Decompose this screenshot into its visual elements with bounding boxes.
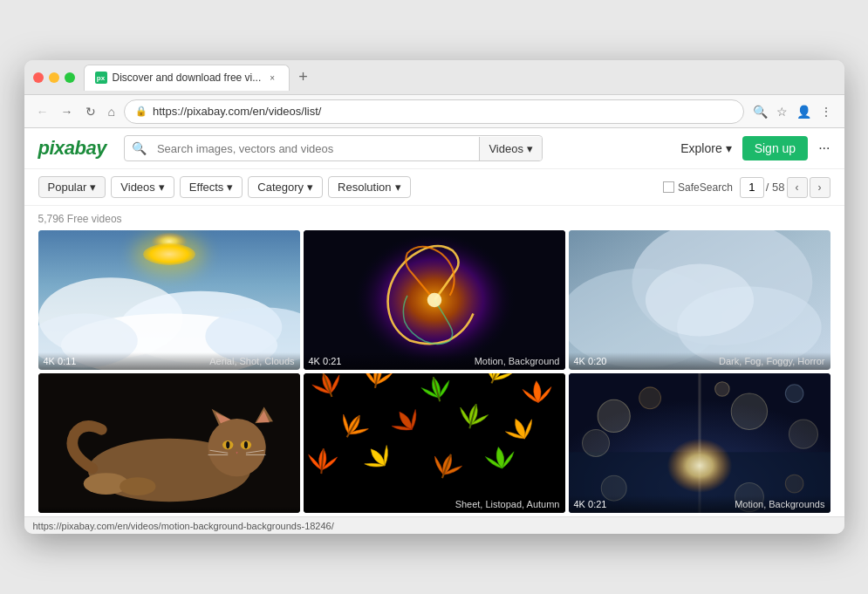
search-icon: 🔍: [125, 136, 154, 160]
video-info: 4K 0:21 Motion, Background: [304, 352, 565, 370]
more-button[interactable]: ···: [818, 140, 830, 156]
video-resolution-duration: 4K 0:21: [309, 356, 342, 366]
chevron-down-icon: ▾: [726, 141, 732, 155]
chevron-down-icon: ▾: [90, 181, 96, 194]
video-resolution-duration: 4K 0:11: [44, 356, 77, 366]
maximize-window-button[interactable]: [65, 72, 75, 83]
svg-point-14: [645, 264, 753, 337]
page-content: pixabay 🔍 Videos ▾ Explore ▾ Sign up ···: [24, 128, 844, 516]
logo[interactable]: pixabay: [38, 137, 106, 160]
video-tags: Aerial, Shot, Clouds: [209, 356, 294, 366]
security-icon: 🔒: [135, 106, 147, 117]
videos-filter-button[interactable]: Videos ▾: [111, 176, 174, 198]
page-next-button[interactable]: ›: [810, 177, 830, 198]
svg-point-25: [243, 441, 247, 448]
video-thumbnail: [304, 373, 565, 513]
active-tab[interactable]: px Discover and download free vi... ×: [84, 65, 290, 91]
results-count: 5,796 Free videos: [24, 206, 844, 230]
popular-filter-button[interactable]: Popular ▾: [38, 176, 106, 198]
svg-point-45: [598, 399, 630, 432]
svg-point-51: [714, 382, 729, 397]
svg-point-49: [582, 429, 609, 456]
filter-right: SafeSearch / 58 ‹ ›: [663, 177, 830, 198]
search-input[interactable]: [154, 137, 479, 160]
site-header: pixabay 🔍 Videos ▾ Explore ▾ Sign up ···: [24, 128, 844, 169]
video-tags: Dark, Fog, Foggy, Horror: [719, 356, 824, 366]
video-thumbnail: [38, 373, 300, 513]
resolution-filter-button[interactable]: Resolution ▾: [328, 176, 410, 198]
close-window-button[interactable]: [33, 72, 44, 83]
home-button[interactable]: ⌂: [105, 101, 119, 122]
back-button[interactable]: ←: [33, 101, 52, 122]
svg-point-50: [789, 420, 817, 448]
status-url: https://pixabay.com/en/videos/motion-bac…: [33, 521, 334, 531]
video-card[interactable]: Sheet, Listopad, Autumn: [304, 373, 565, 513]
chevron-down-icon: ▾: [527, 142, 533, 155]
forward-button[interactable]: →: [58, 101, 77, 122]
tab-close-button[interactable]: ×: [266, 72, 278, 84]
video-grid: 4K 0:11 Aerial, Shot, Clouds: [24, 230, 844, 516]
chevron-down-icon: ▾: [307, 181, 313, 194]
video-info: [38, 506, 300, 513]
new-tab-button[interactable]: +: [293, 66, 313, 88]
search-container: 🔍 Videos ▾: [124, 135, 543, 161]
svg-point-47: [731, 393, 767, 429]
safesearch-checkbox[interactable]: [663, 181, 674, 193]
search-icon-button[interactable]: 🔍: [749, 101, 771, 122]
video-thumbnail: [304, 230, 565, 370]
status-bar: https://pixabay.com/en/videos/motion-bac…: [24, 516, 844, 534]
address-bar: ← → ↻ ⌂ 🔒 https://pixabay.com/en/videos/…: [24, 95, 844, 128]
filter-bar: Popular ▾ Videos ▾ Effects ▾ Category ▾ …: [24, 169, 844, 206]
tab-bar: px Discover and download free vi... × +: [84, 65, 836, 91]
refresh-button[interactable]: ↻: [82, 101, 99, 122]
signup-button[interactable]: Sign up: [742, 136, 808, 160]
results-count-text: 5,796 Free videos: [38, 213, 122, 225]
video-info: 4K 0:21 Motion, Backgrounds: [569, 495, 830, 513]
effects-filter-button[interactable]: Effects ▾: [180, 176, 243, 198]
svg-point-32: [120, 477, 155, 495]
tab-favicon: px: [95, 72, 107, 84]
url-bar[interactable]: 🔒 https://pixabay.com/en/videos/list/: [124, 99, 744, 124]
url-text: https://pixabay.com/en/videos/list/: [153, 105, 733, 118]
bookmark-button[interactable]: ☆: [773, 101, 791, 122]
address-icons: 🔍 ☆ 👤 ⋮: [749, 101, 836, 122]
search-type-button[interactable]: Videos ▾: [479, 137, 542, 160]
video-card[interactable]: 4K 0:21 Motion, Backgrounds: [569, 373, 830, 513]
account-button[interactable]: 👤: [793, 101, 815, 122]
title-bar: px Discover and download free vi... × +: [24, 60, 844, 95]
page-prev-button[interactable]: ‹: [787, 177, 808, 198]
video-info: 4K 0:20 Dark, Fog, Foggy, Horror: [569, 352, 830, 370]
video-tags: Motion, Backgrounds: [735, 499, 824, 509]
page-total: / 58: [766, 181, 785, 194]
category-filter-button[interactable]: Category ▾: [248, 176, 323, 198]
video-card[interactable]: 4K 0:20 Dark, Fog, Foggy, Horror: [569, 230, 830, 370]
video-card[interactable]: 4K 0:21 Motion, Background: [304, 230, 565, 370]
traffic-lights: [33, 72, 75, 83]
video-card[interactable]: [38, 373, 300, 513]
chevron-down-icon: ▾: [395, 181, 401, 194]
svg-point-1: [124, 232, 214, 277]
svg-point-54: [785, 475, 803, 493]
chevron-down-icon: ▾: [159, 181, 165, 194]
video-card[interactable]: 4K 0:11 Aerial, Shot, Clouds: [38, 230, 300, 370]
explore-button[interactable]: Explore ▾: [680, 141, 731, 155]
tab-title: Discover and download free vi...: [113, 72, 262, 84]
video-resolution-duration: 4K 0:21: [574, 499, 607, 509]
page-input[interactable]: [740, 177, 764, 198]
safesearch-label: SafeSearch: [678, 181, 733, 194]
menu-button[interactable]: ⋮: [817, 101, 836, 122]
svg-point-24: [226, 441, 229, 448]
minimize-window-button[interactable]: [49, 72, 59, 83]
browser-window: px Discover and download free vi... × + …: [24, 60, 844, 534]
video-info: 4K 0:11 Aerial, Shot, Clouds: [38, 352, 300, 370]
svg-point-46: [639, 387, 660, 409]
video-thumbnail: [38, 230, 300, 370]
svg-point-48: [785, 385, 803, 403]
video-resolution-duration: 4K 0:20: [574, 356, 607, 366]
pagination: / 58 ‹ ›: [740, 177, 830, 198]
video-thumbnail: [569, 373, 830, 513]
header-right: Explore ▾ Sign up ···: [680, 136, 830, 160]
safesearch-wrap: SafeSearch: [663, 181, 733, 194]
chevron-down-icon: ▾: [227, 181, 233, 194]
svg-point-17: [208, 419, 265, 476]
